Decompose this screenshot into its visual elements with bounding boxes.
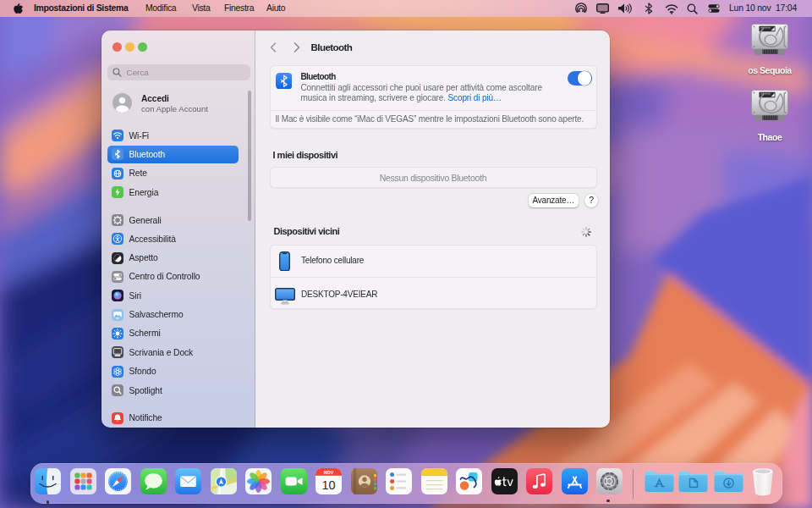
svg-text:NOV: NOV (324, 470, 334, 475)
svg-text:10: 10 (321, 478, 335, 492)
